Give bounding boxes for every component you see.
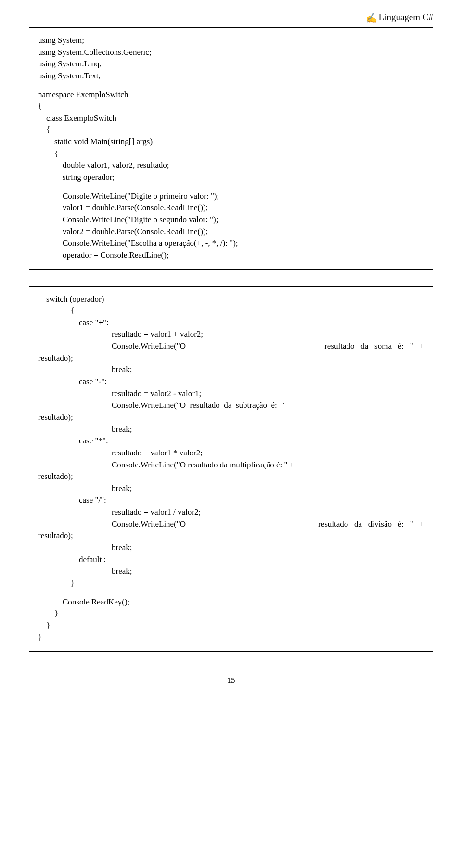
code-line: double valor1, valor2, resultado; [38,160,424,172]
code-line: resultado); [38,530,424,542]
code-line: string operador; [38,172,424,184]
code-line: static void Main(string[] args) [38,136,424,148]
code-line: resultado); [38,352,424,365]
code-line: case "*": [38,435,424,447]
code-line: case "+": [38,317,424,329]
code-line: Console.WriteLine("Escolha a operação(+,… [38,238,424,250]
code-line: using System.Collections.Generic; [38,47,424,59]
code-line: Console.WriteLine("Digite o primeiro val… [38,190,424,202]
code-line: resultado = valor1 / valor2; [38,506,424,518]
code-line: Console.WriteLine("Oresultado da divisão… [38,518,424,530]
blank-line [38,590,424,596]
code-line: Console.WriteLine("Oresultado da soma é:… [38,340,424,352]
code-line: { [38,148,424,160]
code-line: using System.Linq; [38,58,424,70]
code-line: { [38,124,424,136]
code-line: resultado = valor1 + valor2; [38,328,424,340]
code-line: Console.WriteLine("Digite o segundo valo… [38,214,424,226]
code-line: { [38,305,424,317]
code-line: Console.ReadKey(); [38,596,424,608]
code-line: class ExemploSwitch [38,113,424,125]
code-line: valor1 = double.Parse(Console.ReadLine()… [38,202,424,214]
code-line: } [38,608,424,620]
page-header: ✍Linguagem C# [29,0,433,25]
code-line: resultado); [38,412,424,424]
page: ✍Linguagem C# using System; using System… [0,0,462,700]
code-line: } [38,578,424,590]
code-line: } [38,631,424,643]
code-line: switch (operador) [38,293,424,305]
code-line: break; [38,483,424,495]
code-line: resultado); [38,471,424,483]
code-line: using System.Text; [38,70,424,82]
code-line: break; [38,542,424,554]
code-line: case "-": [38,376,424,388]
code-line: } [38,620,424,632]
code-line: break; [38,364,424,376]
code-line: break; [38,424,424,436]
code-line: operador = Console.ReadLine(); [38,250,424,262]
code-line: default : [38,554,424,566]
blank-line [38,82,424,89]
code-line: valor2 = double.Parse(Console.ReadLine()… [38,226,424,238]
code-block-2: switch (operador) { case "+": resultado … [29,286,433,652]
code-line: using System; [38,35,424,47]
page-number: 15 [29,676,433,685]
code-line: resultado = valor2 - valor1; [38,388,424,400]
code-line: case "/": [38,494,424,506]
code-line: { [38,101,424,113]
code-line: break; [38,566,424,578]
code-line: namespace ExemploSwitch [38,89,424,101]
header-title: Linguagem C# [379,12,433,22]
code-line: Console.WriteLine("O resultado da multip… [38,459,424,471]
code-line: resultado = valor1 * valor2; [38,447,424,459]
code-line: Console.WriteLine("O resultado da subtra… [38,400,424,412]
code-block-1: using System; using System.Collections.G… [29,27,433,270]
blank-line [38,184,424,190]
pen-icon: ✍ [366,13,377,24]
